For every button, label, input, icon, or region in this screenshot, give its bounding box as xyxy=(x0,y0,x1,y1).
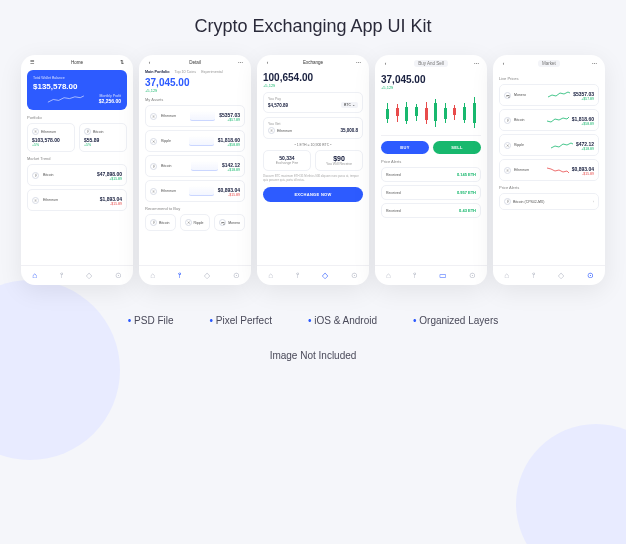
candlestick-chart[interactable] xyxy=(381,90,481,136)
nav-settings-icon[interactable]: ⊙ xyxy=(115,271,122,280)
btc-icon: ₿ xyxy=(504,117,511,124)
menu-icon[interactable]: ☰ xyxy=(28,60,35,65)
rec-card[interactable]: ✕Ripple xyxy=(180,214,211,231)
portfolio-card[interactable]: ₿Bitcoin $55.89 +5% xyxy=(79,123,127,152)
xrp-icon: ✕ xyxy=(150,138,157,145)
coin-pct: +$58.89 xyxy=(572,122,594,126)
alert-item[interactable]: Received0.145 ETH xyxy=(381,167,481,182)
coin-name: Ethereum xyxy=(161,114,186,118)
coin-name: Monero xyxy=(514,93,545,97)
exchange-rate: • 1 ETH = 10,900 BTC • xyxy=(263,143,363,147)
disclaimer-text: Discover BTC maximum ETH 35 M ethics 900… xyxy=(263,175,363,182)
nav-settings-icon[interactable]: ⊙ xyxy=(233,271,240,280)
more-icon[interactable]: ⋯ xyxy=(591,61,598,66)
buy-button[interactable]: BUY xyxy=(381,141,429,154)
more-icon[interactable]: ⋯ xyxy=(473,61,480,66)
screen-title: Detail xyxy=(189,60,201,65)
alert-item[interactable]: ₿Bitcoin (CPS42-MX)› xyxy=(499,193,599,210)
assets-label: My Assets xyxy=(145,97,245,102)
coin-pct: -$15.89 xyxy=(100,202,122,206)
bottom-nav: ⌂ ⫯ ▭ ⊙ xyxy=(375,265,487,285)
nav-stats-icon[interactable]: ⫯ xyxy=(296,271,300,280)
coin-pct: -$15.89 xyxy=(218,193,240,197)
currency-select[interactable]: BTC ⌄ xyxy=(341,102,358,108)
alert-title: Received xyxy=(386,191,401,195)
nav-home-icon[interactable]: ⌂ xyxy=(504,271,509,280)
nav-home-icon[interactable]: ⌂ xyxy=(150,271,155,280)
nav-chat-icon[interactable]: ◇ xyxy=(86,271,92,280)
bottom-nav: ⌂ ⫯ ◇ ⊙ xyxy=(493,265,605,285)
more-icon[interactable]: ⋯ xyxy=(355,60,362,65)
back-icon[interactable]: ‹ xyxy=(382,61,389,66)
receive-box: $90You Will Receive xyxy=(315,150,363,171)
nav-stats-icon[interactable]: ⫯ xyxy=(413,271,417,280)
alert-item[interactable]: Received0.957 ETH xyxy=(381,185,481,200)
pay-box[interactable]: You Pay $4,570.89BTC ⌄ xyxy=(263,92,363,113)
back-icon[interactable]: ‹ xyxy=(146,60,153,65)
coin-pct: +$58.89 xyxy=(218,143,240,147)
nav-home-icon[interactable]: ⌂ xyxy=(32,271,37,280)
eth-icon: Ξ xyxy=(150,188,157,195)
market-item[interactable]: ɱMonero$5357.03+$57.89 xyxy=(499,84,599,106)
recommend-label: Recommend to Buy xyxy=(145,206,245,211)
rec-card[interactable]: ɱMonero xyxy=(214,214,245,231)
market-item[interactable]: ₿Bitcoin$1,818.60+$58.89 xyxy=(499,109,599,131)
get-box[interactable]: You Get ΞEthereum35,000.8 xyxy=(263,117,363,139)
tab[interactable]: Main Portfolio xyxy=(145,70,170,74)
alerts-label: Price Alerts xyxy=(381,159,481,164)
coin-pct: +$57.89 xyxy=(219,118,240,122)
portfolio-card[interactable]: ΞEthereum $103,578.00 +5% xyxy=(27,123,75,152)
nav-stats-icon[interactable]: ⫯ xyxy=(178,271,182,280)
coin-name: Ethereum xyxy=(41,130,56,134)
bottom-nav: ⌂ ⫯ ◇ ⊙ xyxy=(139,265,251,285)
tab[interactable]: Top 10 Coins xyxy=(175,70,197,74)
market-item[interactable]: ₿ Bitcoin $47,898.00+$15.89 xyxy=(27,164,127,186)
chevron-right-icon: › xyxy=(593,199,594,204)
more-icon[interactable]: ⋯ xyxy=(237,60,244,65)
alert-title: Received xyxy=(386,173,401,177)
xrp-icon: ✕ xyxy=(504,142,511,149)
monthly-label: Monthly Profit xyxy=(99,94,121,98)
market-item[interactable]: ✕Ripple$472.12+$18.89 xyxy=(499,134,599,156)
btc-icon: ₿ xyxy=(150,163,157,170)
nav-stats-icon[interactable]: ⫯ xyxy=(60,271,64,280)
screen-exchange: ‹ Exchange ⋯ 100,654.00 +5,129 You Pay $… xyxy=(257,55,369,285)
back-icon[interactable]: ‹ xyxy=(264,60,271,65)
nav-home-icon[interactable]: ⌂ xyxy=(386,271,391,280)
back-icon[interactable]: ‹ xyxy=(500,61,507,66)
nav-settings-icon[interactable]: ⊙ xyxy=(469,271,476,280)
asset-item[interactable]: ΞEthereum$5357.03+$57.89 xyxy=(145,105,245,127)
nav-settings-icon[interactable]: ⊙ xyxy=(587,271,594,280)
sell-button[interactable]: SELL xyxy=(433,141,481,154)
page-title: Crypto Exchanging App UI Kit xyxy=(0,0,626,37)
screen-home: ☰ Home ⇅ Total Wallet Balance $135,578.0… xyxy=(21,55,133,285)
market-item[interactable]: ΞEthereum$0,893.04-$15.89 xyxy=(499,159,599,181)
nav-chat-icon[interactable]: ◇ xyxy=(204,271,210,280)
pay-value: $4,570.89 xyxy=(268,103,288,108)
btc-icon: ₿ xyxy=(84,128,91,135)
screen-title: Buy And Sell xyxy=(414,60,448,67)
coin-name: Ethereum xyxy=(161,189,185,193)
nav-card-icon[interactable]: ▭ xyxy=(439,271,447,280)
nav-home-icon[interactable]: ⌂ xyxy=(268,271,273,280)
nav-settings-icon[interactable]: ⊙ xyxy=(351,271,358,280)
nav-chat-icon[interactable]: ◇ xyxy=(322,271,328,280)
xmr-icon: ɱ xyxy=(219,219,226,226)
coin-name: Monero xyxy=(228,221,240,225)
asset-item[interactable]: ΞEthereum$0,893.04-$15.89 xyxy=(145,180,245,202)
asset-item[interactable]: ✕Ripple$1,818.60+$58.89 xyxy=(145,130,245,152)
eth-icon: Ξ xyxy=(504,167,511,174)
filter-icon[interactable]: ⇅ xyxy=(119,60,126,65)
coin-pct: +$57.89 xyxy=(573,97,594,101)
nav-stats-icon[interactable]: ⫯ xyxy=(532,271,536,280)
asset-item[interactable]: ₿Bitcoin$142.12+$18.89 xyxy=(145,155,245,177)
feature-item: PSD File xyxy=(128,315,174,326)
phones-row: ☰ Home ⇅ Total Wallet Balance $135,578.0… xyxy=(0,55,626,285)
nav-chat-icon[interactable]: ◇ xyxy=(558,271,564,280)
alert-value: 0.957 ETH xyxy=(457,190,476,195)
exchange-button[interactable]: EXCHANGE NOW xyxy=(263,187,363,202)
market-item[interactable]: Ξ Ethereum $1,893.04-$15.89 xyxy=(27,189,127,211)
rec-card[interactable]: ₿Bitcoin xyxy=(145,214,176,231)
alert-item[interactable]: Received0.43 ETH xyxy=(381,203,481,218)
tab[interactable]: Experimental xyxy=(201,70,223,74)
